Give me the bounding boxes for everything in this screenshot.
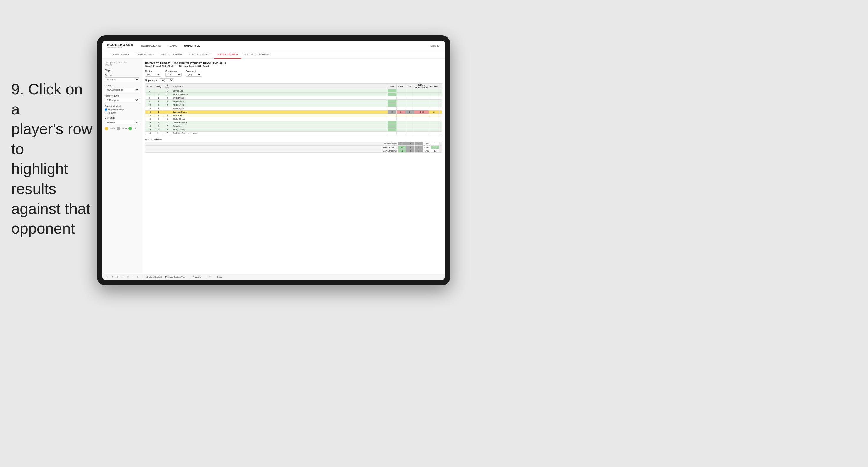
table-row-highlighted[interactable]: 13 1 Jessica Huang 0 1 0 -3.00 2: [145, 111, 442, 114]
out-row[interactable]: NCAA Division 2 5 0 0 7.400 10: [145, 149, 442, 153]
share-button[interactable]: ≡ Share: [214, 276, 223, 278]
player-rank-select[interactable]: 8. Katelyn Vo: [105, 98, 140, 102]
save-custom-view-button[interactable]: 💾 Save Custom View: [164, 276, 187, 279]
opponent-filter-block: Opponent (All): [186, 70, 202, 76]
refresh-button[interactable]: ⟳: [136, 276, 140, 279]
table-row[interactable]: 18 2 2 Euna Lee: [145, 124, 442, 128]
th-rounds: Rounds: [429, 84, 439, 89]
opponents-filter-select[interactable]: (All): [159, 78, 174, 82]
main-content: Last Updated: 27/03/2024 16:55:38 Player…: [102, 59, 445, 274]
conference-filter-select[interactable]: (All): [165, 73, 182, 76]
table-row[interactable]: 3 1 Esther Lee: [145, 89, 442, 93]
th-diff: Diff Av Strokes/Rnd: [414, 84, 429, 89]
nav-teams[interactable]: TEAMS: [167, 44, 178, 48]
table-row[interactable]: 9 1 4 Sharon Mun: [145, 100, 442, 103]
nav-links: TOURNAMENTS TEAMS COMMITTEE: [139, 44, 201, 48]
annotation-line4: against that: [11, 200, 90, 217]
tablet-frame: SCOREBOARD Powered by clippd TOURNAMENTS…: [97, 35, 450, 285]
th-win: Win: [388, 84, 396, 89]
region-filter-select[interactable]: (All): [145, 73, 161, 76]
opponent-view-section: Opponent view Opponents Played Top 100: [105, 105, 140, 114]
colour-by-select[interactable]: Win/loss: [105, 120, 140, 124]
undo-button[interactable]: ↩: [105, 276, 109, 279]
player-section: Player: [105, 69, 140, 71]
legend-down-dot: [105, 127, 108, 130]
table-row[interactable]: 15 8 5 Stella Cheng: [145, 117, 442, 121]
tab-team-summary[interactable]: TEAM SUMMARY: [107, 51, 132, 59]
h2h-table: # Div # Reg # Conf Opponent Win Loss Tie…: [145, 83, 442, 135]
conference-filter-block: Conference (All): [165, 70, 182, 76]
th-opponent: Opponent: [172, 84, 388, 89]
opponents-filter-row: Opponents: (All): [145, 78, 442, 82]
colour-legend: Down Level Up: [105, 127, 140, 130]
table-row[interactable]: 14 7 4 Eunice Yi: [145, 114, 442, 117]
out-of-division-table: Foreign Team 1 0 0 4.500 2 NAIA Division…: [145, 142, 442, 153]
sub-nav: TEAM SUMMARY TEAM H2H GRID TEAM H2H HEAT…: [102, 51, 445, 59]
paste-button[interactable]: ·: [132, 276, 134, 278]
panel-record: Overall Record: 353 - 34 - 6 Division Re…: [145, 65, 442, 67]
sidebar: Last Updated: 27/03/2024 16:55:38 Player…: [102, 59, 142, 274]
division-section: Division NCAA Division III: [105, 84, 140, 92]
nav-committee[interactable]: COMMITTEE: [183, 44, 201, 48]
tablet-screen: SCOREBOARD Powered by clippd TOURNAMENTS…: [102, 41, 445, 280]
table-row[interactable]: 20 11 7 Federica Domecq Lacroze: [145, 131, 442, 135]
tab-player-h2h-heatmap[interactable]: PLAYER H2H HEATMAP: [241, 51, 273, 59]
tab-player-h2h-grid[interactable]: PLAYER H2H GRID: [214, 51, 241, 59]
redo2-button[interactable]: ↻: [116, 276, 120, 279]
timestamp-time: 16:55:38: [105, 64, 140, 66]
radio-opponents-played[interactable]: Opponents Played: [105, 108, 140, 111]
out-row[interactable]: NAIA Division 1 15 0 0 9.267 30: [145, 146, 442, 149]
main-panel: Katelyn Vo Head-to-Head Grid for Women's…: [142, 59, 445, 274]
annotation-text: 9. Click on a player's row to highlight …: [11, 80, 94, 239]
nav-bar: SCOREBOARD Powered by clippd TOURNAMENTS…: [102, 41, 445, 51]
table-header-row: # Div # Reg # Conf Opponent Win Loss Tie…: [145, 84, 442, 89]
copy-button[interactable]: ⬚: [126, 276, 130, 279]
logo: SCOREBOARD Powered by clippd: [107, 43, 133, 48]
table-row[interactable]: 13 1 Haeju Hyun: [145, 107, 442, 111]
th-div: # Div: [145, 84, 154, 89]
layout-button[interactable]: ⬚: [208, 276, 212, 279]
tab-team-h2h-heatmap[interactable]: TEAM H2H HEATMAP: [157, 51, 186, 59]
watch-button[interactable]: 👁 Watch ▾: [191, 276, 203, 279]
division-select[interactable]: NCAA Division III: [105, 88, 140, 92]
th-loss: Loss: [396, 84, 405, 89]
legend-level-dot: [117, 127, 120, 130]
filter-row: Region (All) Conference (All) Opponent: [145, 70, 442, 76]
opponent-filter-select[interactable]: (All): [186, 73, 202, 76]
table-row[interactable]: 10 6 3 Andrea York: [145, 103, 442, 107]
player-rank-section: Player (Rank) 8. Katelyn Vo: [105, 94, 140, 102]
annotation-line2: player's row to: [11, 120, 92, 157]
table-row[interactable]: 19 10 6 Emily Chang: [145, 128, 442, 131]
th-tie: Tie: [405, 84, 414, 89]
bottom-toolbar: ↩ ↺ ↻ ✂ ⬚ · ⟳ 📊 View: Original 💾 Save Cu…: [102, 274, 445, 280]
legend-up-dot: [128, 127, 132, 130]
panel-title: Katelyn Vo Head-to-Head Grid for Women's…: [145, 61, 442, 64]
table-row[interactable]: 5 2 2 Alexis Sudjianto: [145, 93, 442, 96]
nav-tournaments[interactable]: TOURNAMENTS: [139, 44, 162, 48]
sign-out-button[interactable]: Sign out: [431, 44, 440, 48]
annotation-line3: highlight results: [11, 160, 68, 197]
gender-section: Gender Women's: [105, 74, 140, 82]
th-conf: # Conf: [163, 84, 172, 89]
redo-button[interactable]: ↺: [111, 276, 114, 279]
tab-player-summary[interactable]: PLAYER SUMMARY: [186, 51, 214, 59]
out-row[interactable]: Foreign Team 1 0 0 4.500 2: [145, 142, 442, 146]
gender-select[interactable]: Women's: [105, 77, 140, 82]
radio-top100[interactable]: Top 100: [105, 112, 140, 114]
timestamp-label: Last Updated: 27/03/2024: [105, 61, 140, 64]
tab-team-h2h-grid[interactable]: TEAM H2H GRID: [132, 51, 157, 59]
annotation-step: 9.: [11, 81, 24, 98]
cut-button[interactable]: ✂: [121, 276, 125, 279]
view-original-button[interactable]: 📊 View: Original: [145, 276, 162, 279]
annotation-line5: opponent: [11, 220, 75, 237]
table-row[interactable]: 16 9 1 Jessica Mason: [145, 121, 442, 124]
region-filter-block: Region (All): [145, 70, 161, 76]
colour-by-section: Colour by Win/loss: [105, 117, 140, 124]
th-reg: # Reg: [154, 84, 163, 89]
table-row[interactable]: 6 1 3 Sydney Kuo: [145, 96, 442, 100]
out-of-division-title: Out of division: [145, 138, 442, 141]
